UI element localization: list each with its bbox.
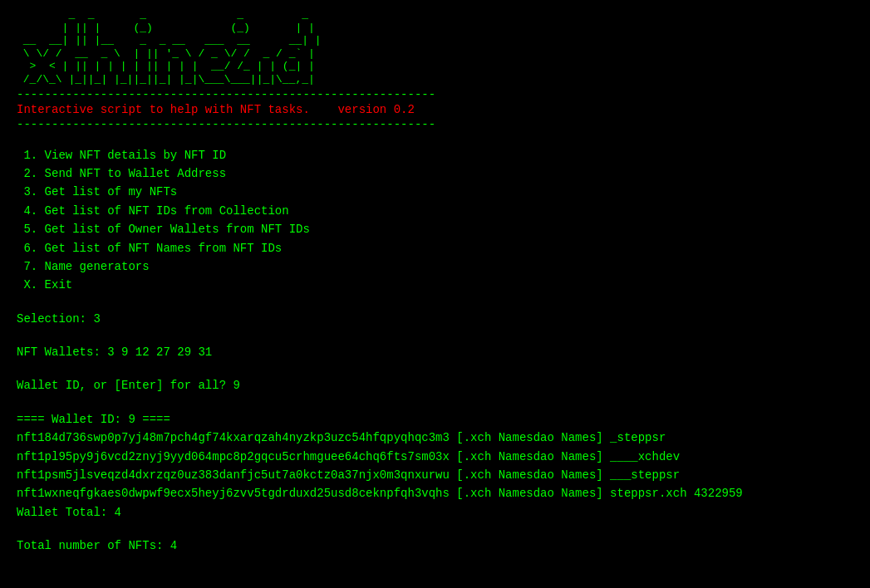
ascii-art-title: _ _ _ _ _ | || | (_) (_) | | __ __| || |…: [17, 8, 853, 86]
menu-item-1: 1. View NFT details by NFT ID: [17, 146, 853, 164]
wallet-prompt-line: Wallet ID, or [Enter] for all? 9: [17, 376, 853, 394]
subtitle-line: Interactive script to help with NFT task…: [17, 103, 853, 116]
menu-list: 1. View NFT details by NFT ID 2. Send NF…: [17, 146, 853, 295]
menu-item-x: X. Exit: [17, 276, 853, 294]
nft-entry-3: nft1psm5jlsveqzd4dxrzqz0uz383danfjc5ut7a…: [17, 466, 853, 484]
nft-entry-2: nft1pl95py9j6vcd2znyj9yyd064mpc8p2gqcu5c…: [17, 448, 853, 466]
menu-item-5: 5. Get list of Owner Wallets from NFT ID…: [17, 220, 853, 238]
wallet-header: ==== Wallet ID: 9 ====: [17, 410, 853, 429]
nft-entry-4: nft1wxneqfgkaes0dwpwf9ecx5heyj6zvv5tgdrd…: [17, 484, 853, 502]
menu-item-4: 4. Get list of NFT IDs from Collection: [17, 202, 853, 220]
top-divider: ----------------------------------------…: [17, 88, 853, 101]
terminal-window: _ _ _ _ _ | || | (_) (_) | | __ __| || |…: [0, 0, 870, 588]
wallet-total: Wallet Total: 4: [17, 503, 853, 522]
nft-entry-1: nft184d736swp0p7yj48m7pch4gf74kxarqzah4n…: [17, 429, 853, 447]
menu-item-6: 6. Get list of NFT Names from NFT IDs: [17, 239, 853, 257]
menu-item-2: 2. Send NFT to Wallet Address: [17, 164, 853, 183]
menu-item-7: 7. Name generators: [17, 257, 853, 276]
selection-line: Selection: 3: [17, 310, 853, 328]
nft-wallets-line: NFT Wallets: 3 9 12 27 29 31: [17, 343, 853, 361]
bottom-divider: ----------------------------------------…: [17, 118, 853, 131]
menu-item-3: 3. Get list of my NFTs: [17, 183, 853, 201]
press-enter-line[interactable]: Press [Enter] to continue...: [17, 571, 853, 588]
total-nfts: Total number of NFTs: 4: [17, 537, 853, 555]
